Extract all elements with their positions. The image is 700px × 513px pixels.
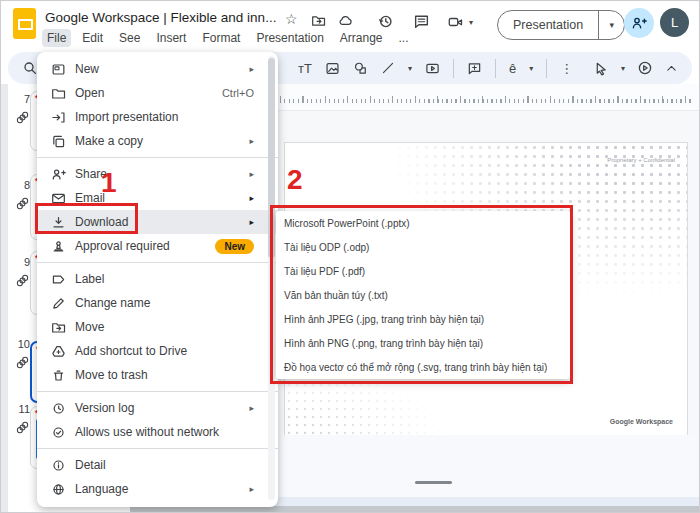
trash-icon bbox=[50, 367, 66, 383]
menubar-item-arrange[interactable]: Arrange bbox=[335, 29, 388, 47]
import-icon bbox=[50, 109, 66, 125]
move-folder-icon bbox=[50, 319, 66, 335]
camera-caret-icon[interactable]: ▾ bbox=[469, 18, 473, 27]
version-history-icon bbox=[50, 400, 66, 416]
slides-app-icon[interactable] bbox=[13, 8, 36, 39]
notes-resize-handle[interactable] bbox=[415, 481, 452, 484]
present-button[interactable]: Presentation bbox=[498, 18, 598, 32]
insert-shape-icon[interactable] bbox=[353, 61, 368, 76]
toolbar-divider bbox=[546, 59, 547, 78]
shortcut-label: Ctrl+O bbox=[222, 87, 254, 99]
menu-scrollbar-thumb[interactable] bbox=[268, 58, 275, 258]
textbox-icon[interactable]: ᴛT bbox=[298, 61, 312, 76]
line-caret-icon[interactable]: ▾ bbox=[408, 64, 412, 73]
submenu-arrow-icon: ▸ bbox=[249, 193, 254, 203]
submenu-item-txt[interactable]: Văn bản thuần túy (.txt) bbox=[276, 283, 570, 307]
insert-image-icon[interactable] bbox=[325, 61, 340, 76]
document-title[interactable]: Google Workspace | Flexible and inn... bbox=[45, 10, 276, 25]
menu-item-detail[interactable]: Detail bbox=[37, 453, 268, 477]
collapse-toolbar-icon[interactable] bbox=[665, 62, 678, 75]
window-bottom-edge bbox=[130, 506, 700, 513]
menu-item-approval-required[interactable]: Approval required New bbox=[37, 234, 268, 258]
paperclip-icon bbox=[15, 196, 30, 211]
menu-item-language[interactable]: Language ▸ bbox=[37, 477, 268, 501]
slide-number: 10 bbox=[10, 338, 30, 350]
menu-item-move[interactable]: Move bbox=[37, 315, 268, 339]
theme-icon[interactable]: ê bbox=[509, 61, 516, 76]
menu-item-import-presentation[interactable]: Import presentation bbox=[37, 105, 268, 129]
star-icon[interactable]: ☆ bbox=[285, 12, 298, 26]
horizontal-ruler bbox=[280, 93, 692, 103]
drive-shortcut-icon bbox=[50, 343, 66, 359]
menu-divider bbox=[37, 391, 278, 392]
menu-bar: File Edit See Insert Format Presentation… bbox=[42, 29, 414, 47]
menu-item-share[interactable]: Share ▸ bbox=[37, 162, 268, 186]
menu-item-move-to-trash[interactable]: Move to trash bbox=[37, 363, 268, 387]
menubar-item-edit[interactable]: Edit bbox=[77, 29, 108, 47]
move-folder-icon[interactable] bbox=[311, 13, 326, 28]
menu-item-add-shortcut-to-drive[interactable]: Add shortcut to Drive bbox=[37, 339, 268, 363]
theme-caret-icon[interactable]: ▾ bbox=[529, 64, 533, 73]
menu-item-new[interactable]: New ▸ bbox=[37, 57, 268, 81]
menu-item-email[interactable]: Email ▸ bbox=[37, 186, 268, 210]
insert-video-icon[interactable] bbox=[425, 61, 440, 76]
menu-divider bbox=[37, 157, 278, 158]
toolbar-right-icons: ▾ bbox=[594, 52, 678, 84]
menu-item-open[interactable]: Open Ctrl+O bbox=[37, 81, 268, 105]
more-options-icon[interactable]: ⋮ bbox=[560, 61, 573, 76]
menubar-item-see[interactable]: See bbox=[114, 29, 145, 47]
menu-item-allows-use-without-network[interactable]: Allows use without network bbox=[37, 420, 268, 444]
toolbar-divider bbox=[453, 59, 454, 78]
slideshow-icon[interactable] bbox=[637, 60, 653, 76]
rename-pencil-icon bbox=[50, 295, 66, 311]
submenu-item-pptx[interactable]: Microsoft PowerPoint (.pptx) bbox=[276, 211, 570, 235]
submenu-arrow-icon: ▸ bbox=[249, 136, 254, 146]
present-options-caret-icon[interactable]: ▾ bbox=[599, 20, 624, 30]
version-history-icon[interactable] bbox=[377, 13, 394, 30]
pointer-caret-icon[interactable]: ▾ bbox=[621, 64, 625, 73]
menu-item-make-a-copy[interactable]: Make a copy ▸ bbox=[37, 129, 268, 153]
approval-stamp-icon bbox=[50, 238, 66, 254]
label-tag-icon bbox=[50, 271, 66, 287]
menu-item-label[interactable]: Label bbox=[37, 267, 268, 291]
submenu-item-svg[interactable]: Đồ họa vectơ có thể mở rộng (.svg, trang… bbox=[276, 355, 570, 379]
meet-camera-icon[interactable] bbox=[447, 14, 464, 30]
slide-brand-text: Google Workspace bbox=[610, 418, 673, 425]
download-icon bbox=[50, 214, 66, 230]
submenu-item-jpeg[interactable]: Hình ảnh JPEG (.jpg, trang trình bày hiệ… bbox=[276, 307, 570, 331]
menubar-item-more[interactable]: ... bbox=[394, 29, 414, 47]
submenu-arrow-icon: ▸ bbox=[249, 64, 254, 74]
slide-number: 7 bbox=[10, 93, 30, 105]
submenu-item-odp[interactable]: Tài liệu ODP (.odp) bbox=[276, 235, 570, 259]
top-bar: Google Workspace | Flexible and inn... ☆… bbox=[0, 0, 700, 48]
menubar-item-insert[interactable]: Insert bbox=[151, 29, 191, 47]
offline-icon bbox=[50, 424, 66, 440]
slide-number: 9 bbox=[10, 256, 30, 268]
comment-history-icon[interactable] bbox=[413, 13, 430, 30]
menubar-item-format[interactable]: Format bbox=[197, 29, 245, 47]
download-submenu: Microsoft PowerPoint (.pptx) Tài liệu OD… bbox=[276, 211, 570, 379]
new-presentation-icon bbox=[50, 61, 66, 77]
menubar-item-file[interactable]: File bbox=[42, 29, 71, 47]
search-icon[interactable] bbox=[22, 60, 38, 76]
copy-icon bbox=[50, 133, 66, 149]
submenu-item-png[interactable]: Hình ảnh PNG (.png, trang trình bày hiện… bbox=[276, 331, 570, 355]
email-icon bbox=[50, 190, 66, 206]
paperclip-icon bbox=[15, 355, 30, 370]
account-avatar[interactable]: L bbox=[660, 8, 689, 37]
menu-item-download[interactable]: Download ▸ bbox=[37, 210, 278, 234]
laser-pointer-icon[interactable] bbox=[594, 61, 609, 76]
insert-line-icon[interactable] bbox=[381, 61, 395, 75]
submenu-item-pdf[interactable]: Tài liệu PDF (.pdf) bbox=[276, 259, 570, 283]
share-button[interactable] bbox=[624, 8, 654, 38]
menu-item-version-log[interactable]: Version log ▸ bbox=[37, 396, 268, 420]
annotation-step-2: 2 bbox=[287, 166, 303, 194]
menu-scrollbar[interactable] bbox=[268, 56, 275, 500]
annotation-step-1: 1 bbox=[101, 169, 117, 197]
cloud-status-icon[interactable] bbox=[337, 13, 353, 28]
menubar-item-presentation[interactable]: Presentation bbox=[251, 29, 328, 47]
menu-item-change-name[interactable]: Change name bbox=[37, 291, 268, 315]
language-globe-icon bbox=[50, 481, 66, 497]
add-comment-icon[interactable] bbox=[467, 61, 482, 76]
slide-number: 11 bbox=[10, 403, 30, 415]
